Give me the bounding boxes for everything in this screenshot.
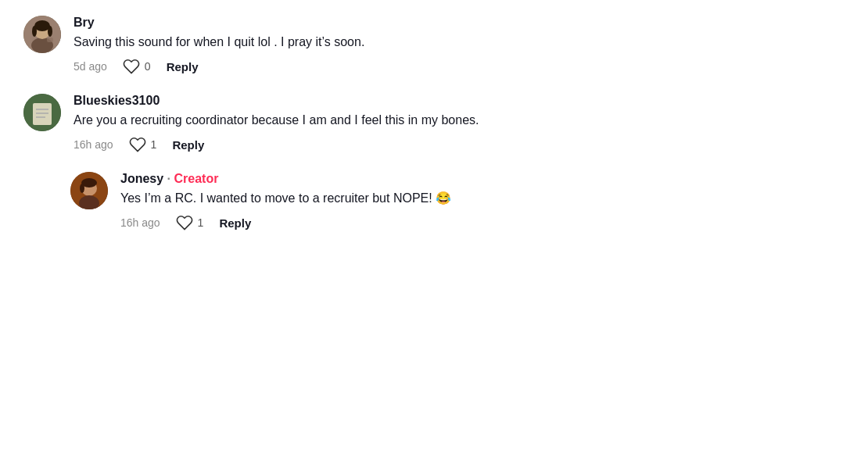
comment-text-blueskies: Are you a recruiting coordinator because…	[74, 111, 845, 130]
username-bry: Bry	[74, 16, 845, 30]
avatar-bry	[23, 16, 61, 53]
like-button-bry[interactable]: 0	[123, 58, 151, 75]
heart-icon-bry	[123, 58, 140, 75]
svg-point-3	[34, 20, 50, 31]
comment-time-blueskies: 16h ago	[74, 138, 113, 151]
reply-button-blueskies[interactable]: Reply	[172, 138, 204, 152]
like-button-blueskies[interactable]: 1	[129, 136, 157, 153]
svg-point-15	[80, 184, 84, 193]
like-count-blueskies: 1	[151, 138, 157, 151]
heart-icon-jonesy	[176, 214, 193, 231]
svg-point-5	[48, 26, 52, 37]
comment-body-blueskies: Blueskies3100 Are you a recruiting coord…	[74, 94, 845, 153]
username-blueskies: Blueskies3100	[74, 94, 845, 108]
like-button-jonesy[interactable]: 1	[176, 214, 204, 231]
heart-icon-blueskies	[129, 136, 146, 153]
comment-text-jonesy: Yes I’m a RC. I wanted to move to a recr…	[120, 189, 845, 208]
comment-time-bry: 5d ago	[74, 60, 107, 73]
comment-actions-bry: 5d ago 0 Reply	[74, 58, 845, 75]
comment-actions-blueskies: 16h ago 1 Reply	[74, 136, 845, 153]
avatar-jonesy	[70, 172, 108, 209]
comment-time-jonesy: 16h ago	[120, 216, 160, 229]
like-count-jonesy: 1	[198, 216, 204, 229]
username-jonesy: Jonesy · Creator	[120, 172, 845, 186]
svg-rect-6	[47, 38, 53, 42]
like-count-bry: 0	[145, 60, 151, 73]
comment-body-bry: Bry Saving this sound for when I quit lo…	[74, 16, 845, 75]
comment-actions-jonesy: 16h ago 1 Reply	[120, 214, 845, 231]
avatar-blueskies	[23, 94, 61, 131]
svg-rect-8	[33, 103, 52, 125]
comment-jonesy: Jonesy · Creator Yes I’m a RC. I wanted …	[70, 172, 845, 231]
creator-badge: Creator	[174, 172, 218, 185]
svg-point-4	[32, 26, 37, 37]
comment-blueskies: Blueskies3100 Are you a recruiting coord…	[23, 94, 845, 153]
reply-button-jonesy[interactable]: Reply	[219, 216, 251, 230]
comment-text-bry: Saving this sound for when I quit lol . …	[74, 33, 845, 52]
comment-bry: Bry Saving this sound for when I quit lo…	[23, 16, 845, 75]
reply-button-bry[interactable]: Reply	[167, 60, 199, 73]
comment-body-jonesy: Jonesy · Creator Yes I’m a RC. I wanted …	[120, 172, 845, 231]
